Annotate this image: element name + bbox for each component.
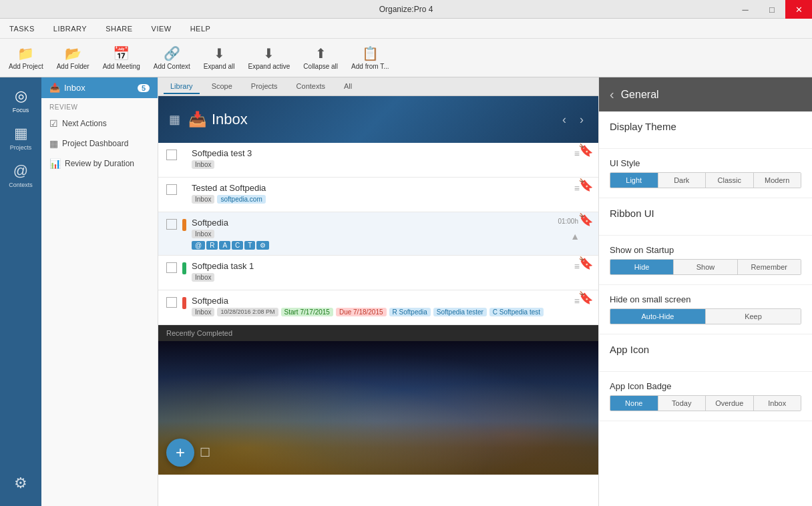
keep-option[interactable]: Keep — [706, 309, 801, 324]
menu-library[interactable]: LIBRARY — [44, 19, 96, 39]
projects-icon: ▦ — [14, 125, 28, 142]
ui-style-dark[interactable]: Dark — [658, 173, 706, 188]
maximize-button[interactable]: □ — [759, 0, 785, 19]
task-checkbox[interactable] — [166, 184, 177, 195]
startup-remember[interactable]: Remember — [738, 260, 801, 274]
task-bookmark-icon[interactable]: 🔖 — [578, 143, 593, 158]
task-bookmark-icon[interactable]: 🔖 — [578, 256, 593, 270]
menu-tasks[interactable]: TASKS — [0, 19, 44, 39]
action-chip-gear[interactable]: ⚙ — [256, 241, 269, 250]
nav-review-by-duration[interactable]: 📊 Review by Duration — [41, 154, 158, 174]
task-bookmark-icon[interactable]: 🔖 — [578, 178, 593, 192]
add-project-icon: 📁 — [17, 45, 34, 61]
table-row[interactable]: Softpedia test 3 Inbox ≡ 🔖 — [158, 143, 598, 178]
inbox-prev-button[interactable]: ‹ — [558, 111, 570, 128]
task-checkbox[interactable] — [166, 262, 177, 273]
add-context-label: Add Context — [154, 63, 190, 70]
add-meeting-icon: 📅 — [113, 45, 130, 61]
table-row[interactable]: Softpedia Inbox 10/28/2016 2:08 PM Start… — [158, 290, 598, 325]
tab-contexts[interactable]: Contexts — [290, 79, 332, 94]
ui-style-modern[interactable]: Modern — [754, 173, 801, 188]
collapse-all-label: Collapse all — [303, 63, 338, 70]
menu-share[interactable]: SHARE — [96, 19, 142, 39]
action-chip-at[interactable]: @ — [192, 241, 205, 250]
sidebar-item-contexts[interactable]: @ Contexts — [3, 158, 38, 192]
expand-all-button[interactable]: ⬇ Expand all — [198, 41, 241, 75]
add-project-button[interactable]: 📁 Add Project — [3, 41, 49, 75]
badge-group: None Today Overdue Inbox — [610, 395, 801, 411]
task-name: Tested at Softpedia — [192, 183, 590, 193]
show-on-startup-section: Show on Startup Hide Show Remember — [599, 236, 812, 285]
ui-style-section: UI Style Light Dark Classic Modern — [599, 149, 812, 198]
inbox-nav-item[interactable]: 📥 Inbox 5 — [41, 77, 158, 98]
table-row[interactable]: Tested at Softpedia Inbox softpedia.com … — [158, 178, 598, 212]
ui-style-classic[interactable]: Classic — [706, 173, 754, 188]
app-icon-section: App Icon — [599, 334, 812, 372]
expand-active-button[interactable]: ⬇ Expand active — [242, 41, 296, 75]
action-chip-r[interactable]: R — [206, 241, 218, 250]
badge-none[interactable]: None — [610, 396, 658, 411]
sidebar-item-projects[interactable]: ▦ Projects — [3, 120, 38, 155]
secondary-action-button[interactable]: ☐ — [200, 445, 210, 460]
add-context-button[interactable]: 🔗 Add Context — [148, 41, 196, 75]
action-chip-c[interactable]: C — [232, 241, 243, 250]
task-bookmark-icon[interactable]: 🔖 — [578, 290, 593, 305]
app-icon-badge-section: App Icon Badge None Today Overdue Inbox — [599, 372, 812, 421]
tab-library[interactable]: Library — [164, 79, 200, 94]
task-checkbox[interactable] — [166, 150, 177, 160]
tab-scope[interactable]: Scope — [205, 79, 239, 94]
action-chip-t[interactable]: T — [244, 241, 255, 250]
task-checkbox[interactable] — [166, 219, 177, 230]
tab-bar: Library Scope Projects Contexts All — [158, 77, 598, 96]
autohide-option[interactable]: Auto-Hide — [610, 309, 706, 324]
add-folder-button[interactable]: 📂 Add Folder — [51, 41, 95, 75]
task-menu-icon[interactable]: ▲ — [570, 231, 580, 242]
task-tester: Softpedia tester — [433, 308, 487, 316]
sidebar-settings-button[interactable]: ⚙ — [3, 469, 38, 503]
menu-view[interactable]: VIEW — [142, 19, 181, 39]
add-meeting-button[interactable]: 📅 Add Meeting — [97, 41, 146, 75]
priority-indicator — [182, 297, 186, 309]
inbox-badge: 5 — [138, 84, 150, 92]
tab-projects[interactable]: Projects — [244, 79, 284, 94]
settings-header: ‹ General — [599, 77, 812, 111]
inbox-icon: 📥 — [188, 111, 206, 128]
ui-style-light[interactable]: Light — [610, 173, 658, 188]
sidebar-item-focus[interactable]: ◎ Focus — [3, 83, 38, 117]
task-tag-inbox: Inbox — [192, 195, 214, 204]
window-controls: ─ □ ✕ — [732, 0, 812, 19]
task-tag-inbox: Inbox — [192, 308, 214, 316]
add-from-template-label: Add from T... — [351, 63, 389, 70]
app-icon-title: App Icon — [610, 344, 801, 355]
collapse-all-button[interactable]: ⬆ Collapse all — [297, 41, 344, 75]
inbox-nav-label: Inbox — [64, 83, 85, 93]
table-row[interactable]: Softpedia Inbox @ R A C T ⚙ 01:00h ▲ 🔖 — [158, 212, 598, 256]
task-checkbox[interactable] — [166, 297, 177, 308]
inbox-nav-icon: 📥 — [49, 83, 60, 93]
add-task-fab-button[interactable]: + — [166, 439, 194, 467]
action-chip-a[interactable]: A — [219, 241, 230, 250]
table-row[interactable]: Softpedia task 1 Inbox ≡ 🔖 — [158, 256, 598, 290]
action-bar: + ☐ — [166, 439, 210, 467]
badge-overdue[interactable]: Overdue — [706, 396, 754, 411]
ui-style-title: UI Style — [610, 158, 801, 168]
task-content: Tested at Softpedia Inbox softpedia.com — [192, 183, 590, 204]
nav-next-actions[interactable]: ☑ Next Actions — [41, 113, 158, 134]
menu-help[interactable]: HELP — [181, 19, 220, 39]
badge-today[interactable]: Today — [658, 396, 706, 411]
inbox-header: ▦ 📥 Inbox ‹ › — [158, 96, 598, 143]
task-bookmark-icon[interactable]: 🔖 — [578, 212, 593, 227]
inbox-next-button[interactable]: › — [576, 111, 588, 128]
tab-all[interactable]: All — [337, 79, 359, 94]
close-button[interactable]: ✕ — [785, 0, 812, 19]
add-from-template-button[interactable]: 📋 Add from T... — [345, 41, 395, 75]
task-start: Start 7/17/2015 — [281, 308, 333, 316]
startup-hide[interactable]: Hide — [610, 260, 674, 274]
add-meeting-label: Add Meeting — [103, 63, 140, 70]
window-title: Organize:Pro 4 — [379, 5, 433, 14]
badge-inbox[interactable]: Inbox — [754, 396, 801, 411]
startup-show[interactable]: Show — [674, 260, 737, 274]
minimize-button[interactable]: ─ — [732, 0, 759, 19]
nav-project-dashboard[interactable]: ▦ Project Dashboard — [41, 134, 158, 154]
back-arrow-icon[interactable]: ‹ — [610, 87, 614, 102]
